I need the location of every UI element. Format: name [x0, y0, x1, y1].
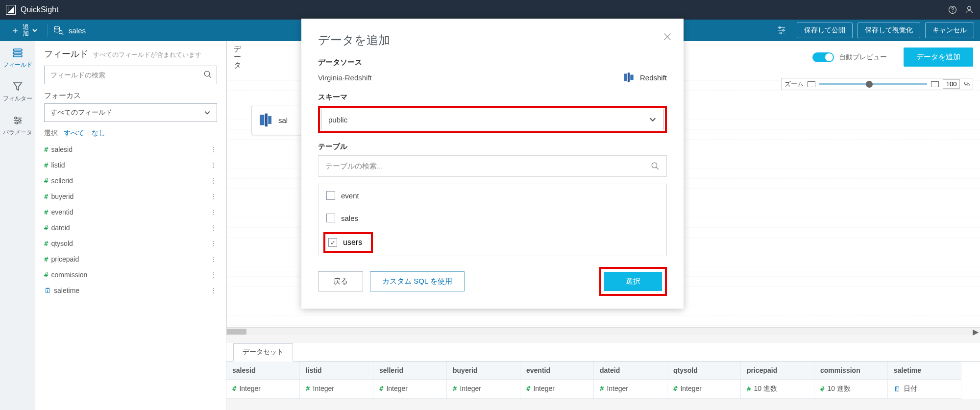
column-header: commission	[814, 362, 887, 380]
svg-rect-16	[265, 114, 268, 127]
settings-sliders-icon[interactable]	[776, 25, 787, 36]
rail-fields[interactable]: フィールド	[0, 41, 35, 75]
help-icon[interactable]	[948, 5, 957, 15]
dataset-name[interactable]: sales	[69, 26, 86, 35]
table-column[interactable]: saletime🗓日付	[888, 362, 961, 399]
field-row[interactable]: #buyerid⋮	[44, 189, 217, 204]
field-row[interactable]: #salesid⋮	[44, 142, 217, 157]
column-type: #Integer	[594, 380, 667, 397]
fit-icon[interactable]	[808, 81, 815, 87]
table-column[interactable]: commission#10 進数	[814, 362, 888, 399]
field-row[interactable]: #sellerid⋮	[44, 173, 217, 189]
field-row[interactable]: #dateid⋮	[44, 220, 217, 236]
select-all-link[interactable]: すべて	[64, 129, 84, 137]
more-icon[interactable]: ⋮	[210, 193, 217, 200]
more-icon[interactable]: ⋮	[210, 161, 217, 169]
column-header: pricepaid	[741, 362, 814, 380]
number-type-icon: #	[44, 145, 48, 153]
type-icon: #	[232, 385, 236, 392]
user-icon[interactable]	[964, 5, 974, 15]
zoom-label: ズーム	[784, 80, 804, 89]
auto-preview-label: 自動プレビュー	[839, 53, 887, 62]
rail-parameters[interactable]: パラメータ	[0, 109, 35, 143]
more-icon[interactable]: ⋮	[210, 255, 217, 263]
select-line: 選択 すべて | なし	[44, 129, 217, 138]
filter-icon	[12, 81, 24, 93]
table-column[interactable]: dateid#Integer	[594, 362, 667, 399]
field-name: salesid	[51, 145, 73, 153]
plus-icon: ＋	[11, 24, 20, 36]
type-icon: #	[379, 385, 383, 392]
type-icon: #	[747, 385, 751, 393]
table-column[interactable]: eventid#Integer	[520, 362, 594, 399]
more-icon[interactable]: ⋮	[210, 271, 217, 279]
fields-search-input[interactable]	[44, 66, 217, 84]
column-type: #Integer	[226, 380, 299, 397]
svg-point-12	[19, 120, 21, 121]
column-header: eventid	[520, 362, 593, 380]
number-type-icon: #	[44, 208, 48, 216]
chevron-down-icon	[204, 109, 211, 116]
topbar: QuickSight	[0, 0, 980, 20]
fit-icon-2[interactable]	[931, 81, 939, 87]
zoom-pct: %	[964, 80, 970, 88]
svg-rect-10	[13, 55, 22, 57]
more-icon[interactable]: ⋮	[210, 208, 217, 216]
more-icon[interactable]: ⋮	[210, 177, 217, 185]
auto-preview-toggle[interactable]	[812, 52, 834, 62]
number-type-icon: #	[44, 177, 48, 185]
table-column[interactable]: sellerid#Integer	[373, 362, 447, 399]
zoom-value[interactable]: 100	[943, 79, 960, 89]
rail-filters[interactable]: フィルター	[0, 75, 35, 109]
table-column[interactable]: buyerid#Integer	[447, 362, 520, 399]
field-name: qtysold	[51, 240, 73, 247]
svg-point-3	[54, 26, 60, 29]
column-type: #10 進数	[741, 380, 814, 398]
column-type: #Integer	[520, 380, 593, 397]
table-column[interactable]: pricepaid#10 進数	[741, 362, 814, 399]
search-icon	[203, 70, 212, 79]
select-none-link[interactable]: なし	[92, 129, 105, 137]
select-label: 選択	[44, 129, 58, 137]
more-icon[interactable]: ⋮	[210, 287, 217, 294]
scroll-right-icon[interactable]: ▶	[972, 328, 979, 336]
field-row[interactable]: #qtysold⋮	[44, 236, 217, 251]
type-icon: #	[600, 385, 604, 392]
save-visualize-button[interactable]: 保存して視覚化	[858, 23, 920, 38]
field-row[interactable]: #eventid⋮	[44, 204, 217, 220]
focus-select[interactable]: すべてのフィールド	[44, 103, 217, 122]
save-publish-button[interactable]: 保存して公開	[797, 23, 853, 38]
type-icon: #	[306, 385, 310, 392]
type-icon: #	[673, 385, 677, 392]
field-row[interactable]: #commission⋮	[44, 267, 217, 283]
more-icon[interactable]: ⋮	[210, 145, 217, 153]
zoom-bar[interactable]: ズーム 100 %	[781, 78, 973, 90]
table-column[interactable]: listid#Integer	[300, 362, 373, 399]
parameters-icon	[12, 115, 24, 126]
field-row[interactable]: #pricepaid⋮	[44, 251, 217, 267]
add-menu-button[interactable]: ＋ 追 加	[6, 20, 43, 41]
more-icon[interactable]: ⋮	[210, 224, 217, 232]
horizontal-scrollbar[interactable]: ▶	[227, 327, 980, 335]
number-type-icon: #	[44, 240, 48, 247]
field-name: pricepaid	[51, 255, 79, 263]
add-data-button[interactable]: データを追加	[904, 48, 973, 67]
field-row[interactable]: 🗓saletime⋮	[44, 283, 217, 298]
data-label: データ	[234, 45, 246, 70]
cancel-button[interactable]: キャンセル	[925, 23, 974, 38]
focus-label: フォーカス	[44, 91, 217, 100]
table-column[interactable]: qtysold#Integer	[667, 362, 741, 399]
tab-dataset[interactable]: データセット	[233, 343, 293, 362]
focus-select-value: すべてのフィールド	[50, 108, 112, 117]
column-type: #Integer	[300, 380, 373, 397]
more-icon[interactable]: ⋮	[210, 240, 217, 247]
dataset-node[interactable]: sal	[251, 105, 335, 135]
table-column[interactable]: salesid#Integer	[226, 362, 300, 399]
redshift-node-icon	[258, 112, 273, 128]
field-row[interactable]: #listid⋮	[44, 157, 217, 173]
number-type-icon: #	[44, 224, 48, 232]
svg-point-14	[204, 71, 210, 76]
zoom-slider[interactable]	[819, 83, 927, 85]
number-type-icon: #	[44, 193, 48, 200]
quicksight-logo-icon	[6, 5, 16, 15]
